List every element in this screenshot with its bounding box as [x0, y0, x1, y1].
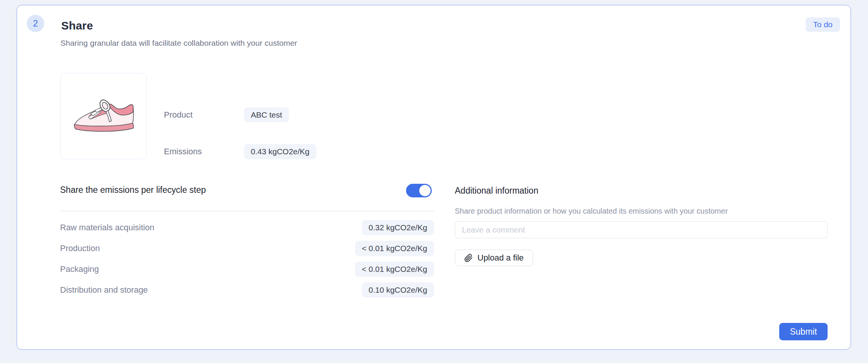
section-divider: [60, 211, 434, 211]
lifecycle-step-label: Production: [60, 244, 100, 253]
sneaker-illustration: [70, 92, 137, 140]
product-image: [60, 73, 147, 159]
submit-button[interactable]: Submit: [779, 323, 828, 340]
lifecycle-step-label: Distribution and storage: [60, 285, 148, 295]
card-title: Share: [61, 19, 93, 32]
lifecycle-row: Production < 0.01 kgCO2e/Kg: [60, 241, 434, 256]
comment-input[interactable]: [455, 221, 828, 238]
status-badge: To do: [806, 17, 840, 32]
share-step-card: 2 Share Sharing granular data will facil…: [17, 5, 851, 350]
step-number: 2: [33, 18, 38, 29]
toggle-knob: [419, 185, 431, 196]
lifecycle-step-label: Packaging: [60, 264, 99, 274]
upload-file-label: Upload a file: [477, 253, 524, 263]
emissions-value-chip: 0.43 kgCO2e/Kg: [244, 144, 316, 159]
upload-file-button[interactable]: Upload a file: [455, 250, 533, 266]
product-label: Product: [164, 110, 244, 120]
emissions-field-row: Emissions 0.43 kgCO2e/Kg: [164, 144, 316, 159]
lifecycle-step-value: 0.32 kgCO2e/Kg: [362, 220, 434, 235]
product-field-row: Product ABC test: [164, 107, 289, 122]
lifecycle-row: Packaging < 0.01 kgCO2e/Kg: [60, 262, 434, 277]
lifecycle-step-label: Raw materials acquisition: [60, 223, 154, 233]
page-background: 2 Share Sharing granular data will facil…: [0, 0, 868, 363]
emissions-label: Emissions: [164, 147, 244, 157]
card-subtitle: Sharing granular data will facilitate co…: [60, 39, 297, 48]
lifecycle-row: Raw materials acquisition 0.32 kgCO2e/Kg: [60, 220, 434, 235]
additional-info-title: Additional information: [455, 186, 538, 196]
paperclip-icon: [464, 254, 473, 262]
lifecycle-toggle-label: Share the emissions per lifecycle step: [60, 185, 206, 195]
lifecycle-step-value: < 0.01 kgCO2e/Kg: [355, 262, 434, 277]
step-number-badge: 2: [27, 15, 44, 32]
lifecycle-step-value: < 0.01 kgCO2e/Kg: [355, 241, 434, 256]
lifecycle-step-value: 0.10 kgCO2e/Kg: [362, 282, 434, 298]
additional-info-description: Share product information or how you cal…: [455, 207, 728, 216]
product-value-chip: ABC test: [244, 107, 289, 122]
lifecycle-row: Distribution and storage 0.10 kgCO2e/Kg: [60, 282, 434, 298]
lifecycle-share-toggle[interactable]: [406, 184, 432, 197]
